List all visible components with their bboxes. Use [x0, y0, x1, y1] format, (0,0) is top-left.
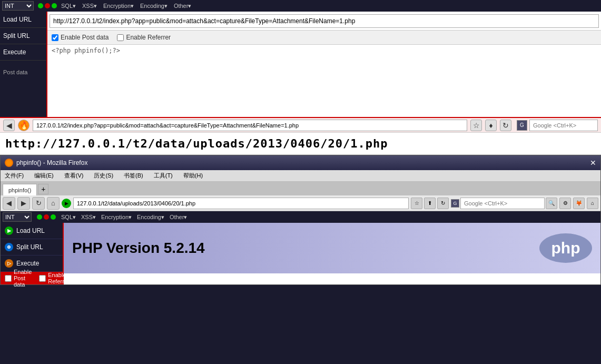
firefox-close-button[interactable]: ✕: [590, 159, 596, 167]
menu-xss[interactable]: XSS▾: [82, 3, 97, 9]
ff-search-input[interactable]: [460, 198, 545, 209]
ff-star-icon[interactable]: ☆: [411, 198, 422, 209]
inner-menu-other[interactable]: Other▾: [170, 214, 188, 221]
enable-post-data-checkbox[interactable]: [52, 34, 58, 41]
inner-enable-post-data-checkbox[interactable]: [5, 275, 12, 282]
dot-green2: [52, 3, 57, 8]
inner-menu-sql[interactable]: SQL▾: [61, 214, 76, 221]
ff-arrow-icon[interactable]: ⬆: [424, 198, 436, 209]
ff-home2-icon[interactable]: ⌂: [587, 198, 598, 209]
url-display-text: http://127.0.0.1/t2/data/uploads/2013/04…: [0, 133, 601, 155]
inner-menu-encryption[interactable]: Encryption▾: [101, 214, 132, 221]
menu-bookmarks[interactable]: 书签(B): [122, 171, 145, 181]
inner-menu: SQL▾ XSS▾ Encryption▾ Encoding▾ Other▾: [61, 214, 187, 221]
svg-text:php: php: [551, 239, 580, 257]
toolbar-dots: [38, 3, 57, 8]
ff-search-btn[interactable]: 🔍: [546, 198, 557, 209]
inner-checkbox-row: Enable Post data Enable Referrer: [1, 272, 63, 284]
ff-g-icon: G: [451, 199, 459, 208]
url-input-bar: [47, 12, 601, 31]
firefox-navbar: ◀ ▶ ↻ ⌂ ▶ ☆ ⬆ ↻ G 🔍 ⚙ 🦊 ⌂: [1, 195, 600, 211]
menu-help[interactable]: 帮助(H): [181, 171, 205, 181]
enable-referrer-checkbox[interactable]: [117, 34, 124, 41]
firefox-tabbar: phpinfo() +: [1, 182, 600, 195]
menu-view[interactable]: 查看(V): [62, 171, 86, 181]
menu-other[interactable]: Other▾: [174, 3, 192, 9]
execute-icon: ▷: [5, 259, 13, 268]
inner-sidebar: ▶ Load URL ⊕ Split URL ▷ Execute Enable …: [1, 223, 64, 284]
load-url-button[interactable]: Load URL: [0, 12, 46, 28]
dot-green: [38, 3, 43, 8]
inner-menu-xss[interactable]: XSS▾: [81, 214, 96, 221]
firefox-icon: [5, 159, 13, 167]
top-toolbar: INT SQL▾ XSS▾ Encryption▾ Encoding▾ Othe…: [0, 0, 601, 12]
menu-file[interactable]: 文件(F): [3, 171, 26, 181]
load-url-icon: ▶: [5, 227, 13, 235]
ff-go-icon: ▶: [62, 199, 71, 208]
ff-reload-button[interactable]: ↻: [32, 197, 45, 210]
toolbar-select[interactable]: INT: [2, 1, 34, 11]
inner-split-url-button[interactable]: ⊕ Split URL: [1, 239, 63, 255]
menu-tools[interactable]: 工具(T): [152, 171, 175, 181]
firefox-title: phpinfo() - Mozilla Firefox: [5, 159, 87, 167]
inner-dots: [37, 214, 56, 220]
reload-button[interactable]: ↻: [500, 120, 511, 131]
post-data-area[interactable]: <?php phpinfo();?>: [47, 45, 601, 117]
checkbox-row: Enable Post data Enable Referrer: [47, 31, 601, 45]
top-browser-address-bar: ◀ 🔥 ☆ ♦ ↻ G: [0, 117, 601, 133]
ff-tools-icon[interactable]: ⚙: [559, 198, 571, 209]
toolbar-menu: SQL▾ XSS▾ Encryption▾ Encoding▾ Other▾: [61, 3, 191, 9]
url-input[interactable]: [50, 14, 599, 28]
tab-phpinfo[interactable]: phpinfo(): [3, 184, 37, 195]
inner-dot-green: [37, 214, 42, 220]
g-icon: G: [517, 120, 527, 131]
back-button[interactable]: ◀: [3, 120, 15, 131]
inner-dot-red: [44, 214, 49, 220]
ff-back-button[interactable]: ◀: [3, 197, 15, 210]
inner-load-url-button[interactable]: ▶ Load URL: [1, 223, 63, 239]
firefox-menubar: 文件(F) 编辑(E) 查看(V) 历史(S) 书签(B) 工具(T) 帮助(H…: [1, 170, 600, 182]
post-data-label: Post data: [0, 66, 46, 78]
ff-addon-icon[interactable]: 🦊: [573, 198, 585, 209]
url-section: Enable Post data Enable Referrer <?php p…: [47, 12, 601, 117]
split-url-button[interactable]: Split URL: [0, 28, 46, 44]
dot-red: [45, 3, 50, 8]
php-header: PHP Version 5.2.14 php: [64, 223, 600, 273]
inner-dot-green2: [51, 214, 56, 220]
php-panel: PHP Version 5.2.14 php: [64, 223, 600, 284]
ff-home-button[interactable]: ⌂: [47, 197, 60, 210]
inner-main: ▶ Load URL ⊕ Split URL ▷ Execute Enable …: [1, 223, 600, 284]
firefox-titlebar: phpinfo() - Mozilla Firefox ✕: [1, 155, 600, 170]
menu-edit[interactable]: 编辑(E): [32, 171, 56, 181]
split-url-icon: ⊕: [5, 243, 13, 251]
favicon-icon: 🔥: [18, 120, 29, 131]
inner-toolbar-select[interactable]: INT: [3, 212, 32, 222]
firefox-window: phpinfo() - Mozilla Firefox ✕ 文件(F) 编辑(E…: [0, 155, 601, 285]
menu-encryption[interactable]: Encryption▾: [103, 3, 134, 9]
inner-menu-encoding[interactable]: Encoding▾: [137, 214, 164, 221]
inner-enable-referrer-checkbox[interactable]: [39, 275, 46, 282]
bookmark-icon[interactable]: ♦: [485, 120, 497, 131]
inner-toolbar: INT SQL▾ XSS▾ Encryption▾ Encoding▾ Othe…: [1, 211, 600, 223]
menu-encoding[interactable]: Encoding▾: [140, 3, 168, 9]
php-version-text: PHP Version 5.2.14: [72, 240, 205, 257]
sidebar-left: Load URL Split URL Execute Post data: [0, 12, 47, 117]
menu-history[interactable]: 历史(S): [92, 171, 115, 181]
new-tab-button[interactable]: +: [38, 184, 48, 194]
execute-button[interactable]: Execute: [0, 44, 46, 61]
ff-nav-icons: ☆ ⬆ ↻: [411, 198, 449, 209]
ff-forward-button[interactable]: ▶: [17, 197, 30, 210]
enable-referrer-label[interactable]: Enable Referrer: [117, 34, 171, 41]
main-top: Load URL Split URL Execute Post data Ena…: [0, 12, 601, 117]
php-logo: php: [539, 233, 592, 263]
star-icon[interactable]: ☆: [470, 120, 482, 131]
inner-enable-post-data-label[interactable]: Enable Post data: [5, 269, 32, 288]
ff-address-input[interactable]: [73, 198, 409, 209]
menu-sql[interactable]: SQL▾: [61, 3, 76, 9]
firefox-title-text: phpinfo() - Mozilla Firefox: [16, 159, 87, 166]
enable-post-data-label[interactable]: Enable Post data: [52, 34, 109, 41]
ff-reload2-icon[interactable]: ↻: [437, 198, 449, 209]
top-search-input[interactable]: [529, 120, 598, 131]
top-address-input[interactable]: [33, 120, 467, 131]
